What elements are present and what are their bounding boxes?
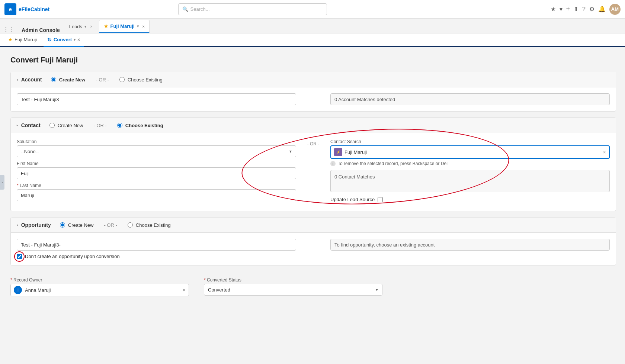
account-create-new-radio[interactable] [51, 77, 56, 82]
account-section-body: 0 Account Matches detected [11, 87, 616, 111]
account-name-input[interactable] [17, 93, 296, 105]
update-lead-source-checkbox[interactable] [378, 197, 383, 202]
tab-fuji-maruji[interactable]: ★ Fuji Maruji ▾ × [99, 20, 150, 33]
bell-icon[interactable]: 🔔 [598, 6, 606, 13]
opportunity-or-label: - OR - [104, 222, 117, 228]
record-owner-col: * Record Owner 👤 Anna Maruji × [10, 277, 189, 296]
salutation-field: Salutation --None-- Mr. Mrs. Ms. Dr. [17, 139, 296, 157]
update-lead-source-row: Update Lead Source [330, 197, 610, 202]
opportunity-name-input[interactable] [17, 239, 296, 251]
contact-create-new-radio[interactable] [49, 123, 55, 128]
opportunity-chevron[interactable]: › [17, 223, 18, 227]
account-create-new-label[interactable]: Create New [59, 77, 86, 83]
account-or-label: - OR - [96, 77, 109, 83]
contact-col-right: Contact Search ⚡ × i To remove the selec… [330, 139, 610, 205]
tab-leads-close[interactable]: × [90, 24, 92, 29]
admin-console-label: Admin Console [19, 27, 63, 33]
chevron-down-icon[interactable]: ▾ [560, 6, 562, 13]
opportunity-choose-existing-label[interactable]: Choose Existing [136, 222, 171, 228]
app-grid-icon[interactable]: ⋮⋮ [3, 26, 15, 33]
contact-search-icon: ⚡ [334, 148, 342, 156]
contact-section-body: Salutation --None-- Mr. Mrs. Ms. Dr. [11, 133, 616, 211]
user-avatar[interactable]: AM [609, 4, 621, 15]
contact-create-new-label[interactable]: Create New [58, 123, 83, 128]
opportunity-existing-hint: To find opportunity, choose an existing … [330, 239, 610, 251]
sub-tab-chevron[interactable]: ▾ [74, 38, 76, 42]
page-title: Convert Fuji Maruji [10, 56, 616, 64]
salutation-select[interactable]: --None-- Mr. Mrs. Ms. Dr. [17, 145, 296, 157]
search-icon: 🔍 [182, 6, 188, 12]
opportunity-col-right: To find opportunity, choose an existing … [330, 239, 610, 259]
app-name: eFileCabinet [19, 6, 49, 12]
add-icon[interactable]: + [566, 5, 570, 13]
contact-search-field-wrapper: Contact Search ⚡ × i To remove the selec… [330, 139, 610, 166]
contact-search-box[interactable]: ⚡ × [330, 145, 610, 159]
convert-icon: ↻ [47, 37, 52, 43]
account-choose-existing-radio[interactable] [119, 77, 125, 82]
contact-search-input[interactable] [344, 149, 601, 155]
search-placeholder: Search... [190, 6, 210, 12]
contact-choose-existing-radio[interactable] [117, 123, 122, 128]
update-lead-source-label: Update Lead Source [330, 197, 375, 202]
account-col-left [17, 93, 296, 105]
tab-leads[interactable]: Leads ▾ × [64, 20, 97, 33]
contact-create-new-radio-group: Create New [49, 123, 83, 128]
contact-section: › Contact Create New - OR - Choose Exist… [10, 117, 616, 211]
contact-remove-hint: To remove the selected record, press Bac… [338, 161, 449, 166]
account-col-right: 0 Account Matches detected [330, 93, 610, 105]
account-chevron[interactable]: › [17, 77, 18, 82]
main-content: Convert Fuji Maruji › Account Create New… [0, 47, 625, 364]
app-logo[interactable]: e eFileCabinet [4, 3, 64, 15]
owner-clear-button[interactable]: × [183, 287, 186, 293]
sub-tab-close[interactable]: × [77, 37, 80, 42]
contact-choose-existing-label[interactable]: Choose Existing [125, 123, 163, 128]
first-name-label: First Name [17, 161, 296, 166]
info-icon: i [330, 161, 336, 166]
tab-leads-chevron[interactable]: ▾ [84, 25, 86, 29]
tab-fuji-label: Fuji Maruji [110, 23, 135, 29]
record-owner-field[interactable]: 👤 Anna Maruji × [10, 284, 189, 296]
opportunity-create-new-radio[interactable] [60, 222, 65, 228]
converted-status-select-wrapper: Converted Disqualified In Progress [204, 284, 382, 296]
star-icon[interactable]: ★ [551, 6, 556, 13]
sub-tab-fuji-maruji[interactable]: ★ Fuji Maruji [4, 33, 41, 46]
settings-icon[interactable]: ⚙ [589, 6, 594, 13]
last-name-input[interactable] [17, 189, 296, 201]
sub-nav: ★ Fuji Maruji ↻ Convert ▾ × [0, 33, 625, 47]
opportunity-create-new-radio-group: Create New [60, 222, 94, 228]
opportunity-two-col: Don't create an opportunity upon convers… [17, 239, 610, 259]
record-owner-grid: * Record Owner 👤 Anna Maruji × * Convert… [10, 277, 616, 296]
opportunity-section-body: Don't create an opportunity upon convers… [11, 233, 616, 265]
tab-fuji-close[interactable]: × [142, 24, 145, 29]
left-collapse-button[interactable]: › [0, 175, 4, 190]
contact-or-label: - OR - [93, 123, 106, 128]
first-name-input[interactable] [17, 167, 296, 179]
opportunity-col-left: Don't create an opportunity upon convers… [17, 239, 296, 259]
sub-tab-convert[interactable]: ↻ Convert ▾ × [44, 33, 84, 47]
opportunity-title: Opportunity [21, 222, 51, 228]
bottom-section: * Record Owner 👤 Anna Maruji × * Convert… [10, 271, 616, 302]
upload-icon[interactable]: ⬆ [574, 6, 578, 13]
logo-icon: e [4, 3, 16, 15]
help-icon[interactable]: ? [582, 6, 586, 13]
converted-status-select[interactable]: Converted Disqualified In Progress [204, 284, 382, 296]
contact-chevron[interactable]: › [15, 125, 20, 126]
converted-status-col: * Converted Status Converted Disqualifie… [204, 277, 382, 296]
account-choose-existing-label[interactable]: Choose Existing [128, 77, 163, 83]
contact-divider: - OR - [302, 139, 324, 205]
dont-create-checkbox[interactable] [17, 254, 22, 259]
opportunity-choose-existing-radio[interactable] [128, 222, 133, 228]
first-name-field: First Name [17, 161, 296, 179]
contact-section-header: › Contact Create New - OR - Choose Exist… [11, 118, 616, 133]
salutation-select-wrapper: --None-- Mr. Mrs. Ms. Dr. [17, 145, 296, 157]
sub-tab-fuji-label: Fuji Maruji [15, 37, 37, 42]
last-name-label: * Last Name [17, 183, 296, 188]
global-search[interactable]: 🔍 Search... [178, 3, 327, 15]
tab-fuji-chevron[interactable]: ▾ [137, 24, 139, 28]
contact-search-hint-row: i To remove the selected record, press B… [330, 161, 610, 166]
contact-two-col: Salutation --None-- Mr. Mrs. Ms. Dr. [17, 139, 610, 205]
sub-tab-star-icon: ★ [8, 37, 13, 42]
opportunity-create-new-label[interactable]: Create New [68, 222, 94, 228]
dont-create-row: Don't create an opportunity upon convers… [17, 254, 296, 259]
contact-search-clear[interactable]: × [603, 149, 606, 155]
